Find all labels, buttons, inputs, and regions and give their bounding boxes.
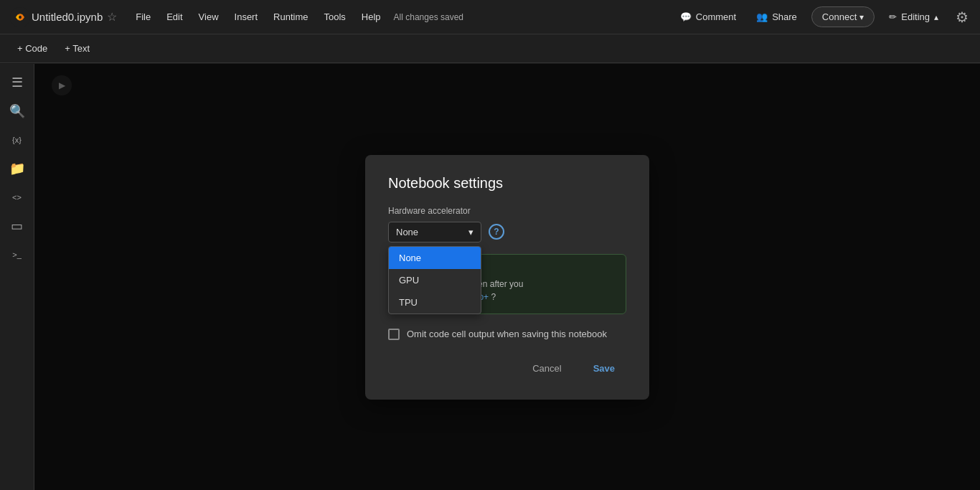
connect-button[interactable]: Connect ▾ xyxy=(811,6,875,27)
toolbar: + Code + Text xyxy=(0,34,980,63)
sidebar-item-code[interactable]: <> xyxy=(4,184,30,210)
omit-output-row: Omit code cell output when saving this n… xyxy=(388,329,626,340)
chevron-up-icon: ▴ xyxy=(934,12,938,22)
share-icon: 👥 xyxy=(756,11,768,22)
menu-file[interactable]: File xyxy=(128,9,158,25)
modal-actions: Cancel Save xyxy=(388,357,626,380)
chevron-down-icon: ▾ xyxy=(859,12,864,22)
help-icon[interactable]: ? xyxy=(489,224,504,240)
pencil-icon: ✏ xyxy=(889,11,897,22)
accelerator-dropdown-list: None GPU TPU xyxy=(388,246,481,314)
menu-edit[interactable]: Edit xyxy=(159,9,189,25)
omit-output-label: Omit code cell output when saving this n… xyxy=(407,329,607,339)
menu-view[interactable]: View xyxy=(192,9,226,25)
modal-overlay: Notebook settings Hardware accelerator N… xyxy=(34,64,980,490)
hardware-select-row: None ▾ None GPU TPU ? xyxy=(388,222,626,242)
cancel-button[interactable]: Cancel xyxy=(521,357,573,380)
omit-output-checkbox[interactable] xyxy=(388,329,400,340)
add-text-button[interactable]: + Text xyxy=(59,40,95,57)
top-bar-right: 💬 Comment 👥 Share Connect ▾ ✏ Editing ▴ … xyxy=(674,6,971,29)
add-code-button[interactable]: + Code xyxy=(11,40,53,57)
menu-bar: File Edit View Insert Runtime Tools Help xyxy=(128,9,387,25)
dropdown-option-tpu[interactable]: TPU xyxy=(389,291,481,314)
sidebar-item-files[interactable]: 📁 xyxy=(4,156,30,182)
comment-icon: 💬 xyxy=(680,11,692,22)
menu-tools[interactable]: Tools xyxy=(316,9,352,25)
sidebar-item-snippets[interactable]: ▭ xyxy=(4,213,30,239)
menu-insert[interactable]: Insert xyxy=(227,9,265,25)
modal-title: Notebook settings xyxy=(388,175,626,192)
dropdown-option-gpu[interactable]: GPU xyxy=(389,269,481,291)
colab-logo xyxy=(9,6,32,29)
sidebar-item-menu[interactable]: ☰ xyxy=(4,70,30,95)
hardware-accelerator-select[interactable]: None ▾ None GPU TPU xyxy=(388,222,481,242)
menu-help[interactable]: Help xyxy=(354,9,388,25)
share-button[interactable]: 👥 Share xyxy=(750,9,803,25)
top-bar: Untitled0.ipynb ☆ File Edit View Insert … xyxy=(0,0,980,34)
notebook-title[interactable]: Untitled0.ipynb ☆ xyxy=(32,10,117,24)
settings-icon[interactable]: ⚙ xyxy=(953,6,971,29)
svg-point-0 xyxy=(10,7,30,27)
sidebar-item-variables[interactable]: {x} xyxy=(4,127,30,153)
save-status: All changes saved xyxy=(394,12,463,22)
menu-runtime[interactable]: Runtime xyxy=(266,9,315,25)
sidebar-item-search[interactable]: 🔍 xyxy=(4,98,30,124)
hardware-label: Hardware accelerator xyxy=(388,206,626,216)
dropdown-option-none[interactable]: None xyxy=(389,247,481,269)
editing-button[interactable]: ✏ Editing ▴ xyxy=(883,9,944,25)
save-button[interactable]: Save xyxy=(582,357,626,380)
star-icon[interactable]: ☆ xyxy=(107,10,117,24)
main-content: ▶ Notebook settings Hardware accelerator… xyxy=(34,64,980,490)
dropdown-chevron-icon: ▾ xyxy=(468,227,473,237)
sidebar: ☰ 🔍 {x} 📁 <> ▭ >_ xyxy=(0,64,34,490)
comment-button[interactable]: 💬 Comment xyxy=(674,9,742,25)
notebook-settings-modal: Notebook settings Hardware accelerator N… xyxy=(365,155,649,400)
sidebar-item-terminal[interactable]: >_ xyxy=(4,242,30,268)
toolbar-left: + Code + Text xyxy=(11,40,95,57)
